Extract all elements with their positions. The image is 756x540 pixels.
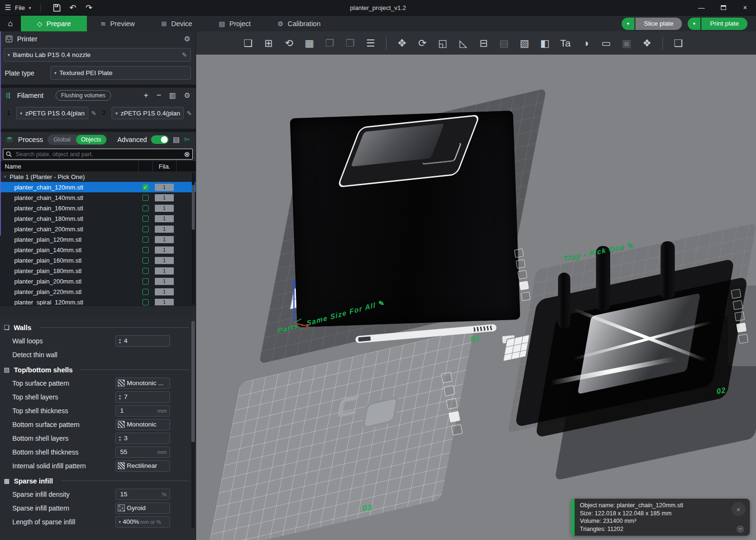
settings-scrollbar[interactable] (191, 321, 195, 528)
object-checkbox[interactable] (142, 226, 149, 232)
ams-icon[interactable]: ▥ (169, 91, 176, 100)
rotate-icon[interactable]: ⟳ (412, 33, 433, 53)
object-checkbox[interactable] (142, 205, 149, 211)
arrange-icon[interactable]: ▦ (299, 33, 320, 53)
value-dropdown[interactable]: ▾400%mm or % (115, 516, 170, 528)
spin-input[interactable]: ▴▾7 (115, 391, 170, 403)
plate-thumbnail-icon[interactable] (516, 259, 525, 269)
plate-label-icon[interactable] (735, 312, 745, 322)
plate-lock-icon[interactable] (519, 281, 529, 290)
printer-preset-dropdown[interactable]: ▾ Bambu Lab P1S 0.4 nozzle ✎ (4, 48, 191, 62)
filament-count-badge[interactable]: 1 (155, 184, 174, 191)
plate-type-dropdown[interactable]: ▾ Textured PEI Plate (50, 66, 191, 80)
mesh-boolean-icon[interactable]: ◧ (535, 33, 555, 53)
filament-count-badge[interactable]: 1 (155, 205, 174, 212)
variable-layer-height-icon[interactable]: ▤ (494, 33, 514, 53)
tree-scrollbar-thumb[interactable] (192, 185, 195, 230)
flushing-volumes-button[interactable]: Flushing volumes (56, 90, 111, 101)
file-row[interactable]: planter_plain_180mm.stl 1 (0, 265, 196, 276)
object-checkbox[interactable]: ✓ (142, 184, 149, 190)
edit-printer-icon[interactable]: ✎ (182, 51, 187, 58)
add-plate-icon[interactable]: ⊞ (258, 33, 279, 53)
object-checkbox[interactable] (142, 195, 149, 201)
home-button[interactable]: ⌂ (0, 16, 21, 31)
printer-settings-gear-icon[interactable]: ⚙ (184, 35, 190, 43)
flatten-icon[interactable]: ◺ (453, 33, 473, 53)
object-checkbox[interactable] (142, 216, 149, 222)
file-menu-chevron-icon[interactable]: ▾ (28, 5, 31, 10)
spin-input[interactable]: ▴▾3 (115, 433, 170, 444)
scope-global-button[interactable]: Global (48, 135, 76, 144)
plate-group-row[interactable]: ˅ Plate 1 (Planter - Pick One) (0, 171, 196, 182)
filament-count-badge[interactable]: 1 (155, 246, 174, 254)
delete-plate-icon[interactable] (514, 248, 524, 258)
plugin-icon[interactable]: ❑ (668, 33, 689, 53)
settings-scrollbar-thumb[interactable] (191, 321, 195, 442)
filament-count-badge[interactable]: 1 (155, 257, 174, 264)
planter-model[interactable] (293, 114, 517, 323)
paste-icon[interactable]: ❒ (340, 33, 360, 53)
value-input[interactable]: 55mm (115, 446, 170, 458)
delete-plate-icon[interactable] (731, 289, 741, 299)
plate-thumbnail-icon[interactable] (733, 300, 743, 310)
slice-options-chevron-icon[interactable]: ▾ (622, 18, 634, 30)
object-checkbox[interactable] (142, 247, 149, 253)
filament-count-badge[interactable]: 1 (155, 236, 174, 243)
tab-preview[interactable]: ≋ Preview (87, 16, 148, 31)
plate-lock-icon[interactable] (449, 411, 460, 423)
spin-input[interactable]: ▴▾4 (115, 335, 170, 347)
edit-plate-name-icon[interactable]: ✎ (378, 298, 386, 308)
scale-icon[interactable]: ◱ (433, 33, 453, 53)
auto-orient-icon[interactable]: ⟲ (279, 33, 299, 53)
tray-models[interactable] (524, 254, 756, 444)
save-icon[interactable] (50, 1, 63, 14)
maximize-button[interactable] (712, 0, 734, 15)
file-row[interactable]: planter_chain_140mm.stl 1 (0, 192, 196, 203)
object-checkbox[interactable] (142, 268, 149, 274)
compare-presets-icon[interactable]: ✄ (184, 135, 190, 144)
file-row[interactable]: planter_spiral_120mm.stl 1 (0, 297, 196, 305)
filament-count-badge[interactable]: 1 (155, 215, 174, 222)
filament-count-badge[interactable]: 1 (155, 288, 174, 295)
remove-filament-button[interactable]: − (156, 91, 161, 100)
spinner-arrows-icon[interactable]: ▴▾ (116, 394, 124, 400)
filament-count-badge[interactable]: 1 (155, 299, 174, 306)
filament-preset-dropdown[interactable]: ▾ zPETG P1S 0.4(plan... (112, 107, 184, 119)
spinner-arrows-icon[interactable]: ▴▾ (116, 338, 124, 344)
plate-thumbnail-icon[interactable] (444, 385, 455, 397)
filament-count-badge[interactable]: 1 (155, 226, 174, 233)
file-row[interactable]: planter_chain_200mm.stl 1 (0, 224, 196, 234)
add-object-icon[interactable]: ❏ (238, 33, 258, 53)
minimize-button[interactable]: — (690, 0, 712, 15)
file-row[interactable]: planter_plain_140mm.stl 1 (0, 245, 196, 255)
tree-scrollbar[interactable] (192, 172, 195, 304)
pattern-dropdown[interactable]: Rectilinear (115, 460, 170, 472)
file-row[interactable]: planter_plain_220mm.stl 1 (0, 286, 196, 297)
pattern-dropdown[interactable]: Gyroid (115, 502, 170, 514)
edit-plate-name-icon[interactable]: ✎ (627, 241, 634, 250)
parameter-list-icon[interactable]: ▤ (173, 135, 180, 144)
add-filament-button[interactable]: + (143, 91, 148, 100)
tray-post[interactable] (661, 241, 675, 299)
filament-count-badge[interactable]: 1 (155, 267, 174, 275)
viewport-3d[interactable]: Parts - Same Size For All✎ Tray - Pick O… (196, 31, 756, 540)
object-checkbox[interactable] (142, 289, 149, 295)
measure-icon[interactable]: ▭ (596, 33, 616, 53)
modifier-icon[interactable]: ▧ (514, 33, 535, 53)
scope-objects-button[interactable]: Objects (76, 135, 106, 144)
redo-icon[interactable]: ↷ (83, 1, 95, 14)
seam-icon[interactable]: ❖ (637, 33, 657, 53)
undo-icon[interactable]: ↶ (66, 1, 79, 14)
slice-plate-button[interactable]: Slice plate (635, 18, 682, 30)
pattern-dropdown[interactable]: Monotonic ... (115, 378, 170, 389)
split-icon[interactable]: ⊟ (473, 33, 494, 53)
filament-count-badge[interactable]: 1 (155, 194, 174, 201)
file-menu[interactable]: File (15, 4, 25, 11)
file-row[interactable]: planter_plain_200mm.stl 1 (0, 276, 196, 286)
plate-settings-icon[interactable] (738, 334, 748, 344)
delete-plate-icon[interactable] (441, 372, 453, 383)
move-icon[interactable]: ✥ (392, 33, 412, 53)
menu-icon[interactable]: ☰ (5, 3, 11, 12)
close-button[interactable]: × (734, 0, 756, 15)
plate-settings-icon[interactable] (451, 424, 463, 436)
